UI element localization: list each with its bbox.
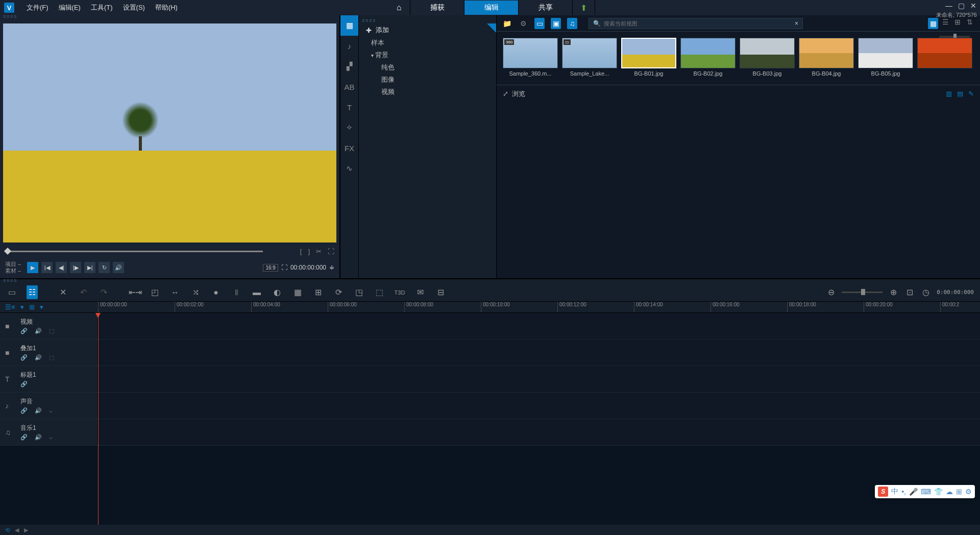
track-ctrl-icon[interactable]: 🔗 <box>20 354 28 361</box>
loop-button[interactable]: ↻ <box>99 262 110 273</box>
tab-share[interactable]: 共享 <box>519 1 573 15</box>
track-list-icon[interactable]: ☰≡ <box>5 303 15 311</box>
lib-tab-fx[interactable]: FX <box>340 138 358 158</box>
track-ctrl-icon[interactable]: 🔊 <box>35 434 42 441</box>
lib-tab-title[interactable]: AB <box>340 77 358 97</box>
multicam-icon[interactable]: ⊟ <box>435 287 446 297</box>
thumb-item[interactable]: 360Sample_360.m... <box>503 38 558 79</box>
aspect-ratio[interactable]: 16:9 <box>263 264 278 272</box>
favorite-corner-icon[interactable] <box>487 23 496 33</box>
clock-icon[interactable]: ◷ <box>920 287 932 297</box>
drag-handle[interactable]: ⠿⠿⠿⠿ <box>0 15 339 19</box>
drag-handle[interactable]: ⠿⠿⠿⠿ <box>0 279 980 283</box>
ime-punct-icon[interactable]: •, <box>901 488 906 496</box>
zoom-in-icon[interactable]: ⊕ <box>888 287 899 297</box>
gear-icon[interactable]: ⚙ <box>518 19 528 28</box>
track-ctrl-icon[interactable]: ⬚ <box>49 328 54 334</box>
preview-scrubber[interactable]: [ ] ✂ ⛶ <box>5 246 334 256</box>
minimize-button[interactable]: — <box>945 2 952 9</box>
view-thumb-icon[interactable]: ▦ <box>928 18 938 29</box>
lib-tab-media[interactable]: ▦ <box>340 15 358 36</box>
mark-out-icon[interactable]: ] <box>308 248 310 255</box>
scroll-right-icon[interactable]: ▶ <box>24 527 28 533</box>
tab-home[interactable]: ⌂ <box>388 1 410 15</box>
tree-solid[interactable]: 纯色 <box>359 61 496 74</box>
track-ctrl-icon[interactable]: 🔊 <box>35 354 42 361</box>
tab-edit[interactable]: 编辑 <box>464 1 519 15</box>
sort-icon[interactable]: ⇅ <box>965 18 975 29</box>
track-ctrl-icon[interactable]: 🔗 <box>20 407 28 414</box>
next-frame-button[interactable]: |▶ <box>70 262 81 273</box>
track-header[interactable]: ♫音乐1🔗🔊⌵ <box>0 419 98 445</box>
tab-capture[interactable]: 捕获 <box>410 1 464 15</box>
tools-icon[interactable]: ✕ <box>57 287 68 297</box>
go-end-button[interactable]: ▶| <box>84 262 95 273</box>
ime-toolbar[interactable]: S 中 •, 🎤 ⌨ 👕 ☁ ⊞ ⚙ <box>875 485 975 498</box>
thumb-item[interactable]: BG-B02.jpg <box>680 38 736 79</box>
clear-search-icon[interactable]: × <box>795 20 798 27</box>
project-mode-label[interactable]: 项目 – <box>5 261 21 268</box>
scroll-left-icon[interactable]: ◀ <box>15 527 19 533</box>
mixer-icon[interactable]: ⫴ <box>231 288 242 297</box>
track-add-icon[interactable]: ⊞ <box>29 303 35 311</box>
footer-panel1-icon[interactable]: ▥ <box>946 90 952 98</box>
playhead[interactable] <box>98 313 99 525</box>
track-header[interactable]: ■视频🔗🔊⬚ <box>0 313 98 339</box>
ime-skin-icon[interactable]: 👕 <box>934 488 943 496</box>
lib-tab-text[interactable]: T <box>340 97 358 117</box>
footer-edit-icon[interactable]: ✎ <box>968 90 974 98</box>
mask-icon[interactable]: ⬚ <box>374 287 385 297</box>
track-motion-icon[interactable]: ⟳ <box>333 287 344 297</box>
timeline-view-icon[interactable]: ☷ <box>27 285 38 299</box>
track-ctrl-icon[interactable]: 🔗 <box>20 381 28 387</box>
crop-icon[interactable]: ◰ <box>149 287 160 297</box>
add-media-button[interactable]: ✚ 添加 <box>359 23 496 37</box>
slide-icon[interactable]: ⤭ <box>190 287 201 297</box>
lib-tab-path[interactable]: ∿ <box>340 158 358 179</box>
volume-button[interactable]: 🔊 <box>113 262 124 273</box>
3d-title-icon[interactable]: T3D <box>394 289 405 296</box>
timecode-dropdown-icon[interactable]: ≑ <box>329 264 334 271</box>
redo-icon[interactable]: ↷ <box>98 287 109 297</box>
track-lane[interactable] <box>98 339 980 366</box>
track-header[interactable]: T标题1🔗 <box>0 366 98 392</box>
track-ctrl-icon[interactable]: 🔊 <box>35 407 42 414</box>
grid-icon[interactable]: ⊞ <box>312 287 324 297</box>
chapter-icon[interactable]: ◐ <box>272 287 283 297</box>
search-box[interactable]: 🔍 × <box>589 18 803 29</box>
thumb-item[interactable]: BG-B01.jpg <box>621 38 676 79</box>
import-icon[interactable]: 📁 <box>502 19 512 28</box>
ime-cloud-icon[interactable]: ☁ <box>946 488 953 496</box>
menu-settings[interactable]: 设置(S) <box>118 3 150 12</box>
track-lane[interactable] <box>98 419 980 445</box>
track-ctrl-icon[interactable]: 🔊 <box>35 328 42 334</box>
fit-icon[interactable]: ⊡ <box>904 287 915 297</box>
view-grid-icon[interactable]: ⊞ <box>952 18 963 29</box>
lib-tab-graphic[interactable]: ✧ <box>340 117 358 138</box>
track-lane[interactable] <box>98 393 980 419</box>
filter-image-icon[interactable]: ▣ <box>551 18 561 29</box>
thumb-item[interactable] <box>917 38 972 79</box>
browse-label[interactable]: 浏览 <box>512 89 525 99</box>
track-header[interactable]: ♪声音🔗🔊⌵ <box>0 393 98 419</box>
track-ctrl-icon[interactable]: ⬚ <box>49 354 54 361</box>
play-button[interactable]: ▶ <box>27 262 38 273</box>
upload-icon[interactable]: ⬆ <box>573 1 595 15</box>
track-header[interactable]: ■叠加1🔗🔊⬚ <box>0 339 98 366</box>
track-lane[interactable] <box>98 313 980 339</box>
trim-icon[interactable]: ⇤⇥ <box>129 287 140 297</box>
zoom-out-icon[interactable]: ⊖ <box>825 287 837 297</box>
storyboard-view-icon[interactable]: ▭ <box>6 287 17 297</box>
drag-handle[interactable]: ⠿⠿⠿⠿ <box>359 19 496 23</box>
prev-frame-button[interactable]: ◀| <box>56 262 67 273</box>
ime-toolbox-icon[interactable]: ⊞ <box>956 488 962 496</box>
mark-in-icon[interactable]: [ <box>300 248 302 255</box>
view-list-icon[interactable]: ☰ <box>940 18 950 29</box>
tree-video[interactable]: 视频 <box>359 86 496 98</box>
time-ruler[interactable]: 00:00:00:0000:00:02:0000:00:04:0000:00:0… <box>98 302 980 312</box>
zoom-slider[interactable] <box>842 291 883 293</box>
track-lane[interactable] <box>98 366 980 392</box>
track-ctrl-icon[interactable]: ⌵ <box>49 407 53 414</box>
menu-edit[interactable]: 编辑(E) <box>54 3 86 12</box>
go-start-button[interactable]: |◀ <box>41 262 53 273</box>
